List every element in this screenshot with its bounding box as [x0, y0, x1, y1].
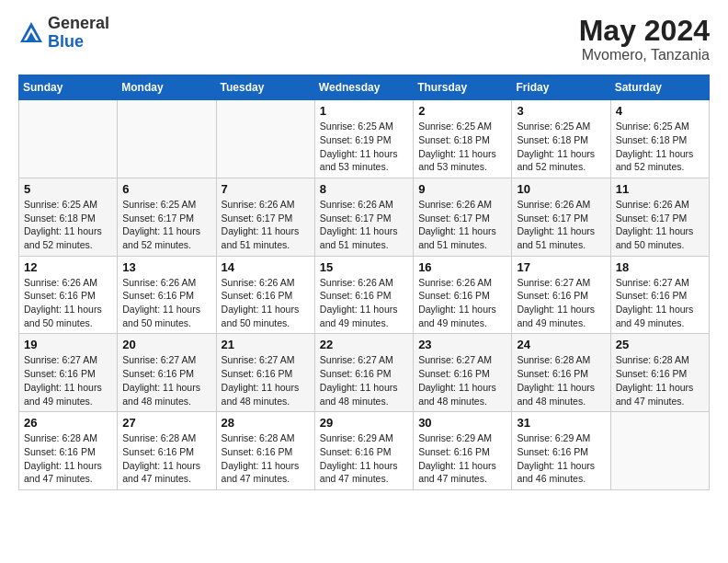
- day-number: 10: [517, 182, 605, 196]
- day-cell: [216, 100, 314, 178]
- day-cell: 15Sunrise: 6:26 AM Sunset: 6:16 PM Dayli…: [314, 256, 413, 334]
- day-number: 14: [222, 260, 310, 274]
- col-tuesday: Tuesday: [216, 75, 314, 100]
- day-cell: [19, 100, 118, 178]
- day-cell: 18Sunrise: 6:27 AM Sunset: 6:16 PM Dayli…: [610, 256, 709, 334]
- day-number: 31: [517, 416, 605, 430]
- week-row-2: 12Sunrise: 6:26 AM Sunset: 6:16 PM Dayli…: [19, 256, 710, 334]
- logo-icon: [18, 20, 44, 46]
- day-number: 5: [24, 182, 112, 196]
- day-cell: 27Sunrise: 6:28 AM Sunset: 6:16 PM Dayli…: [118, 412, 216, 490]
- day-info: Sunrise: 6:28 AM Sunset: 6:16 PM Dayligh…: [616, 353, 704, 408]
- header: General Blue May 2024 Mvomero, Tanzania: [18, 15, 710, 63]
- day-info: Sunrise: 6:25 AM Sunset: 6:18 PM Dayligh…: [517, 120, 605, 174]
- day-cell: 30Sunrise: 6:29 AM Sunset: 6:16 PM Dayli…: [414, 412, 512, 490]
- day-number: 23: [418, 338, 506, 351]
- day-number: 7: [222, 182, 310, 196]
- day-cell: 31Sunrise: 6:29 AM Sunset: 6:16 PM Dayli…: [512, 412, 610, 490]
- day-number: 21: [222, 338, 310, 351]
- day-cell: 4Sunrise: 6:25 AM Sunset: 6:18 PM Daylig…: [610, 100, 709, 178]
- day-cell: 5Sunrise: 6:25 AM Sunset: 6:18 PM Daylig…: [19, 178, 118, 256]
- day-cell: 23Sunrise: 6:27 AM Sunset: 6:16 PM Dayli…: [414, 334, 512, 412]
- day-info: Sunrise: 6:25 AM Sunset: 6:17 PM Dayligh…: [122, 198, 210, 252]
- day-info: Sunrise: 6:26 AM Sunset: 6:17 PM Dayligh…: [222, 198, 310, 252]
- calendar-table: Sunday Monday Tuesday Wednesday Thursday…: [18, 75, 710, 490]
- day-number: 13: [122, 260, 210, 274]
- week-row-1: 5Sunrise: 6:25 AM Sunset: 6:18 PM Daylig…: [19, 178, 710, 256]
- day-info: Sunrise: 6:29 AM Sunset: 6:16 PM Dayligh…: [320, 431, 408, 486]
- day-info: Sunrise: 6:28 AM Sunset: 6:16 PM Dayligh…: [24, 431, 112, 486]
- day-info: Sunrise: 6:29 AM Sunset: 6:16 PM Dayligh…: [418, 431, 506, 486]
- day-cell: 12Sunrise: 6:26 AM Sunset: 6:16 PM Dayli…: [19, 256, 118, 334]
- page: General Blue May 2024 Mvomero, Tanzania …: [0, 0, 728, 505]
- day-info: Sunrise: 6:26 AM Sunset: 6:16 PM Dayligh…: [320, 276, 408, 330]
- col-sunday: Sunday: [19, 75, 118, 100]
- location: Mvomero, Tanzania: [579, 47, 710, 63]
- day-number: 3: [517, 104, 605, 118]
- month-title: May 2024: [579, 15, 710, 47]
- col-saturday: Saturday: [610, 75, 709, 100]
- day-info: Sunrise: 6:27 AM Sunset: 6:16 PM Dayligh…: [122, 353, 210, 408]
- day-number: 19: [24, 338, 112, 351]
- col-wednesday: Wednesday: [314, 75, 413, 100]
- day-cell: 26Sunrise: 6:28 AM Sunset: 6:16 PM Dayli…: [19, 412, 118, 490]
- week-row-3: 19Sunrise: 6:27 AM Sunset: 6:16 PM Dayli…: [19, 334, 710, 412]
- day-number: 11: [616, 182, 704, 196]
- day-info: Sunrise: 6:29 AM Sunset: 6:16 PM Dayligh…: [517, 431, 605, 486]
- day-info: Sunrise: 6:25 AM Sunset: 6:18 PM Dayligh…: [616, 120, 704, 174]
- day-cell: 16Sunrise: 6:26 AM Sunset: 6:16 PM Dayli…: [414, 256, 512, 334]
- day-number: 2: [418, 104, 506, 118]
- day-cell: 13Sunrise: 6:26 AM Sunset: 6:16 PM Dayli…: [118, 256, 216, 334]
- day-number: 1: [320, 104, 408, 118]
- day-info: Sunrise: 6:26 AM Sunset: 6:17 PM Dayligh…: [517, 198, 605, 252]
- day-cell: 6Sunrise: 6:25 AM Sunset: 6:17 PM Daylig…: [118, 178, 216, 256]
- day-info: Sunrise: 6:26 AM Sunset: 6:17 PM Dayligh…: [418, 198, 506, 252]
- title-block: May 2024 Mvomero, Tanzania: [579, 15, 710, 63]
- day-info: Sunrise: 6:28 AM Sunset: 6:16 PM Dayligh…: [122, 431, 210, 486]
- day-cell: 29Sunrise: 6:29 AM Sunset: 6:16 PM Dayli…: [314, 412, 413, 490]
- day-cell: 19Sunrise: 6:27 AM Sunset: 6:16 PM Dayli…: [19, 334, 118, 412]
- day-number: 24: [517, 338, 605, 351]
- day-number: 12: [24, 260, 112, 274]
- day-cell: 21Sunrise: 6:27 AM Sunset: 6:16 PM Dayli…: [216, 334, 314, 412]
- day-info: Sunrise: 6:25 AM Sunset: 6:19 PM Dayligh…: [320, 120, 408, 174]
- day-info: Sunrise: 6:26 AM Sunset: 6:16 PM Dayligh…: [24, 276, 112, 330]
- day-info: Sunrise: 6:26 AM Sunset: 6:16 PM Dayligh…: [222, 276, 310, 330]
- logo: General Blue: [18, 15, 109, 52]
- day-cell: 14Sunrise: 6:26 AM Sunset: 6:16 PM Dayli…: [216, 256, 314, 334]
- day-info: Sunrise: 6:27 AM Sunset: 6:16 PM Dayligh…: [24, 353, 112, 408]
- day-number: 29: [320, 416, 408, 430]
- week-row-4: 26Sunrise: 6:28 AM Sunset: 6:16 PM Dayli…: [19, 412, 710, 490]
- logo-blue-text: Blue: [48, 33, 109, 52]
- day-number: 17: [517, 260, 605, 274]
- logo-text: General Blue: [48, 15, 109, 52]
- day-info: Sunrise: 6:28 AM Sunset: 6:16 PM Dayligh…: [222, 431, 310, 486]
- day-number: 8: [320, 182, 408, 196]
- day-cell: 20Sunrise: 6:27 AM Sunset: 6:16 PM Dayli…: [118, 334, 216, 412]
- col-thursday: Thursday: [414, 75, 512, 100]
- col-monday: Monday: [118, 75, 216, 100]
- day-number: 18: [616, 260, 704, 274]
- day-cell: 1Sunrise: 6:25 AM Sunset: 6:19 PM Daylig…: [314, 100, 413, 178]
- day-number: 22: [320, 338, 408, 351]
- day-cell: 24Sunrise: 6:28 AM Sunset: 6:16 PM Dayli…: [512, 334, 610, 412]
- day-number: 16: [418, 260, 506, 274]
- day-number: 26: [24, 416, 112, 430]
- day-cell: 17Sunrise: 6:27 AM Sunset: 6:16 PM Dayli…: [512, 256, 610, 334]
- week-row-0: 1Sunrise: 6:25 AM Sunset: 6:19 PM Daylig…: [19, 100, 710, 178]
- day-number: 28: [222, 416, 310, 430]
- day-number: 25: [616, 338, 704, 351]
- day-cell: 28Sunrise: 6:28 AM Sunset: 6:16 PM Dayli…: [216, 412, 314, 490]
- day-number: 30: [418, 416, 506, 430]
- day-info: Sunrise: 6:27 AM Sunset: 6:16 PM Dayligh…: [222, 353, 310, 408]
- day-number: 27: [122, 416, 210, 430]
- day-cell: 2Sunrise: 6:25 AM Sunset: 6:18 PM Daylig…: [414, 100, 512, 178]
- day-info: Sunrise: 6:27 AM Sunset: 6:16 PM Dayligh…: [616, 276, 704, 330]
- day-cell: 10Sunrise: 6:26 AM Sunset: 6:17 PM Dayli…: [512, 178, 610, 256]
- day-number: 20: [122, 338, 210, 351]
- day-cell: 11Sunrise: 6:26 AM Sunset: 6:17 PM Dayli…: [610, 178, 709, 256]
- day-number: 9: [418, 182, 506, 196]
- day-number: 6: [122, 182, 210, 196]
- day-info: Sunrise: 6:28 AM Sunset: 6:16 PM Dayligh…: [517, 353, 605, 408]
- day-cell: 7Sunrise: 6:26 AM Sunset: 6:17 PM Daylig…: [216, 178, 314, 256]
